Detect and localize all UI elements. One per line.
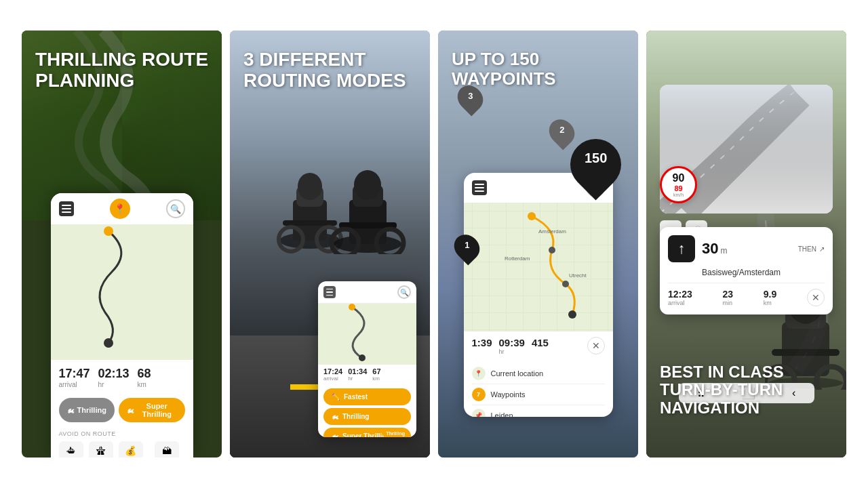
distance-unit: m: [720, 246, 727, 256]
menu-icon[interactable]: [59, 201, 74, 216]
arrival-lbl: arrival: [668, 300, 692, 306]
headline-line2: ROUTING MODES: [243, 70, 416, 92]
avoid-label: AVOID ON ROUTE: [59, 430, 185, 437]
avoid-toll: 💰 Toll Roads: [119, 441, 144, 458]
highways-icon: 🛣: [89, 441, 113, 458]
speed-current: 89: [674, 184, 682, 192]
headline-line2: PLANNING: [35, 70, 208, 92]
svg-point-5: [298, 173, 322, 200]
location-icon: 📍: [472, 367, 486, 380]
stat-arrival: 1:39: [472, 337, 492, 355]
menu-icon[interactable]: [472, 180, 487, 195]
active-badge: Thrilling: [382, 430, 408, 437]
thrilling-icon: 🏍: [332, 413, 338, 420]
svg-text:Rotterdam: Rotterdam: [505, 256, 530, 262]
pin-number: 150: [585, 151, 607, 167]
panel-routing-modes: 3 DIFFERENT ROUTING MODES 🔍 17:24: [230, 30, 430, 458]
then-arrow-icon: ↗: [819, 245, 825, 253]
waypoints-icon: 7: [472, 388, 486, 401]
arrival-stat: 12:23 arrival: [668, 289, 692, 306]
hr-lbl: hr: [348, 375, 367, 382]
waypoint-item-location: 📍 Current location: [472, 363, 605, 384]
toll-icon: 💰: [119, 441, 143, 458]
km-label: km: [138, 381, 151, 388]
stat-hr: 01:34 hr: [348, 367, 367, 382]
super-thrilling-icon: 🏍: [332, 432, 338, 437]
panel-navigation: 90 89 km/h ↕ 🔊 ↑ 30 m THEN ↗: [646, 30, 846, 458]
navigation-card: ↑ 30 m THEN ↗ Basisweg/Amsterdam 12:23 a…: [660, 227, 833, 314]
search-button[interactable]: 🔍: [397, 285, 411, 299]
waypoints-label: Waypoints: [491, 390, 526, 399]
arrival-val: 12:23: [668, 289, 692, 300]
km-val: 415: [532, 337, 549, 348]
stat-km: 415: [532, 337, 549, 355]
svg-point-17: [359, 354, 366, 361]
svg-point-20: [562, 281, 569, 287]
km-stat: 68 km: [138, 367, 151, 388]
svg-point-0: [104, 226, 113, 236]
phone2-map: [318, 304, 416, 365]
waypoint-list: 📍 Current location 7 Waypoints 📌 Leiden: [464, 361, 613, 417]
mode-buttons: ✏️ Fastest 🏍 Thrilling 🏍 Super Thrilling…: [318, 384, 416, 437]
bikers-area: [230, 105, 430, 254]
min-stat: 23 min: [723, 289, 734, 306]
km-val: 9.9: [764, 289, 776, 300]
map-area: [51, 224, 193, 360]
fastest-button[interactable]: ✏️ Fastest: [323, 388, 411, 405]
stat-km: 67 km: [372, 367, 380, 382]
min-lbl: min: [723, 300, 734, 306]
panel3-headline: UP TO 150 WAYPOINTS: [452, 49, 625, 88]
svg-rect-6: [283, 220, 337, 226]
arrival-label: arrival: [59, 381, 90, 388]
panel-waypoints: UP TO 150 WAYPOINTS 150 1 2 3: [438, 30, 638, 458]
leiden-icon: 📌: [472, 409, 486, 417]
thrilling-button[interactable]: 🏍 Thrilling: [323, 408, 411, 425]
stat-arrival: 17:24 arrival: [323, 367, 342, 382]
headline-line2: TURN-BY-TURN: [660, 381, 833, 399]
panel1-headline: THRILLING ROUTE PLANNING: [35, 49, 208, 92]
svg-point-1: [104, 338, 113, 348]
close-button[interactable]: ✕: [587, 337, 605, 354]
then-label: THEN: [798, 245, 816, 253]
svg-point-12: [354, 170, 381, 200]
svg-point-21: [568, 310, 576, 319]
headline-line3: NAVIGATION: [660, 399, 833, 417]
panel4-headline: BEST IN CLASS TURN-BY-TURN NAVIGATION: [660, 363, 833, 417]
turn-arrow: ↑: [668, 235, 695, 262]
nav-top: ↑ 30 m THEN ↗: [668, 235, 825, 262]
location-pin: 📍: [110, 199, 130, 219]
super-thrilling-icon: 🏍: [127, 406, 134, 414]
nav-bottom: 12:23 arrival 23 min 9.9 km ✕: [668, 283, 825, 306]
arrival-stat: 17:47 arrival: [59, 367, 90, 388]
phone2-header: 🔍: [318, 281, 416, 304]
avoid-section: AVOID ON ROUTE ⛴ Ferries 🛣 Highways 💰 To…: [51, 428, 193, 458]
menu-icon[interactable]: [323, 286, 336, 298]
leiden-label: Leiden: [491, 411, 513, 417]
hr-lbl: hr: [499, 348, 525, 355]
svg-text:Amsterdam: Amsterdam: [538, 228, 566, 235]
avoid-icons-list: ⛴ Ferries 🛣 Highways 💰 Toll Roads 🏔 Unpa…: [59, 441, 185, 458]
phone3-map: Rotterdam Amsterdam Utrecht: [464, 203, 613, 331]
super-thrilling-label: Super Thrilling: [137, 402, 177, 418]
close-button[interactable]: ✕: [807, 289, 825, 306]
min-val: 23: [723, 289, 734, 300]
street-name: Basisweg/Amsterdam: [668, 268, 825, 277]
search-button[interactable]: 🔍: [166, 199, 185, 218]
km-value: 68: [138, 367, 151, 381]
svg-rect-31: [772, 349, 840, 356]
unpaved-icon: 🏔: [155, 441, 179, 458]
waypoint-item-waypoints: 7 Waypoints: [472, 384, 605, 405]
km-stat: 9.9 km: [764, 289, 776, 306]
super-thrilling-button[interactable]: 🏍 Super Thrilling: [119, 398, 185, 422]
phone2-stats: 17:24 arrival 01:34 hr 67 km: [318, 365, 416, 384]
km-lbl: km: [372, 375, 380, 382]
hr-val: 01:34: [348, 367, 367, 375]
svg-point-16: [349, 304, 355, 310]
fastest-icon: ✏️: [332, 393, 340, 401]
thrilling-button[interactable]: 🏍 Thrilling: [59, 398, 115, 422]
headline-line1: THRILLING ROUTE: [35, 49, 208, 70]
arrival-lbl: arrival: [323, 375, 342, 382]
fastest-label: Fastest: [344, 393, 368, 401]
svg-point-19: [549, 247, 555, 253]
thrilling-icon: 🏍: [67, 406, 75, 414]
